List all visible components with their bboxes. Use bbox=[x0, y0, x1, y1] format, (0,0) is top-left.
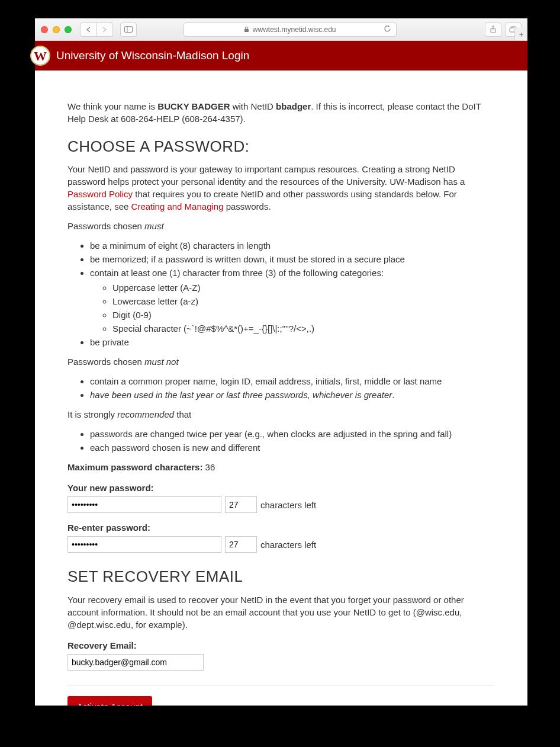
uw-crest-logo: W bbox=[30, 46, 50, 66]
list-item: Lowercase letter (a-z) bbox=[112, 295, 495, 307]
identity-name: BUCKY BADGER bbox=[157, 101, 230, 111]
address-text: wwwtest.mynetid.wisc.edu bbox=[253, 25, 336, 34]
back-button[interactable] bbox=[80, 23, 96, 37]
list-item: passwords are changed twice per year (e.… bbox=[90, 428, 495, 440]
divider bbox=[67, 685, 495, 685]
reload-button[interactable] bbox=[384, 25, 391, 33]
list-item: Special character (~`!@#$%^&*()+=_-{}[]\… bbox=[112, 322, 495, 335]
list-item: be private bbox=[90, 336, 495, 348]
forward-button[interactable] bbox=[96, 23, 113, 37]
site-title: University of Wisconsin-Madison Login bbox=[56, 49, 249, 62]
chevron-left-icon bbox=[86, 27, 91, 33]
window-controls bbox=[41, 26, 72, 33]
must-sublist: Uppercase letter (A-Z) Lowercase letter … bbox=[112, 281, 495, 335]
mustnot-label: Passwords chosen must not bbox=[67, 355, 495, 368]
chevron-right-icon bbox=[102, 27, 107, 33]
crest-letter: W bbox=[34, 50, 47, 63]
creating-managing-link[interactable]: Creating and Managing bbox=[131, 201, 224, 211]
new-password-input[interactable] bbox=[67, 496, 221, 513]
nav-buttons bbox=[80, 23, 113, 37]
list-item: contain a common proper name, login ID, … bbox=[90, 375, 495, 387]
close-window-button[interactable] bbox=[41, 26, 48, 33]
list-item: each password chosen is new and differen… bbox=[90, 441, 495, 454]
list-item: Digit (0-9) bbox=[112, 309, 495, 321]
titlebar: wwwtest.mynetid.wisc.edu bbox=[35, 18, 527, 41]
sidebar-icon bbox=[124, 26, 133, 33]
recovery-email-label: Recovery Email: bbox=[67, 639, 495, 652]
new-tab-button[interactable]: + bbox=[514, 28, 527, 41]
activate-account-button[interactable]: Activate Account bbox=[67, 696, 152, 706]
zoom-window-button[interactable] bbox=[65, 26, 72, 33]
choose-password-heading: CHOOSE A PASSWORD: bbox=[67, 136, 495, 157]
identity-sentence: We think your name is BUCKY BADGER with … bbox=[67, 100, 495, 125]
sidebar-button[interactable] bbox=[120, 23, 137, 37]
reload-icon bbox=[384, 25, 391, 33]
list-item: be a minimum of eight (8) characters in … bbox=[90, 239, 495, 252]
minimize-window-button[interactable] bbox=[53, 26, 60, 33]
svg-rect-2 bbox=[244, 29, 249, 32]
new-password-label: Your new password: bbox=[67, 482, 495, 494]
password-policy-link[interactable]: Password Policy bbox=[67, 189, 133, 199]
list-item: contain at least one (1) character from … bbox=[90, 267, 495, 335]
recovery-intro: Your recovery email is used to recover y… bbox=[67, 594, 495, 631]
svg-rect-0 bbox=[125, 27, 133, 33]
plus-icon: + bbox=[519, 30, 523, 39]
chars-left-text: characters left bbox=[260, 499, 316, 511]
list-item: be memorized; if a password is written d… bbox=[90, 253, 495, 265]
mustnot-list: contain a common proper name, login ID, … bbox=[90, 375, 495, 401]
max-chars: Maximum password characters: 36 bbox=[67, 461, 495, 473]
identity-netid: bbadger bbox=[276, 101, 311, 111]
choose-intro: Your NetID and password is your gateway … bbox=[67, 163, 495, 213]
share-icon bbox=[490, 25, 497, 33]
reenter-password-input[interactable] bbox=[67, 536, 221, 553]
reenter-password-row: characters left bbox=[67, 536, 495, 553]
list-item: Uppercase letter (A-Z) bbox=[112, 281, 495, 294]
new-password-remaining bbox=[225, 496, 257, 513]
list-item: have been used in the last year or last … bbox=[90, 389, 495, 401]
recovery-email-input[interactable] bbox=[67, 654, 204, 671]
share-button[interactable] bbox=[485, 23, 501, 37]
chars-left-text: characters left bbox=[260, 538, 316, 551]
page-content: We think your name is BUCKY BADGER with … bbox=[35, 70, 527, 706]
recovery-heading: SET RECOVERY EMAIL bbox=[67, 566, 495, 587]
recommended-label: It is strongly recommended that bbox=[67, 408, 495, 421]
recommended-list: passwords are changed twice per year (e.… bbox=[90, 428, 495, 454]
new-password-row: characters left bbox=[67, 496, 495, 513]
lock-icon bbox=[244, 26, 249, 33]
must-label: Passwords chosen must bbox=[67, 220, 495, 232]
address-bar[interactable]: wwwtest.mynetid.wisc.edu bbox=[184, 23, 397, 37]
browser-window: wwwtest.mynetid.wisc.edu bbox=[35, 18, 527, 706]
site-header: W University of Wisconsin-Madison Login bbox=[35, 41, 527, 70]
must-list: be a minimum of eight (8) characters in … bbox=[90, 239, 495, 348]
reenter-password-remaining bbox=[225, 536, 257, 553]
reenter-password-label: Re-enter password: bbox=[67, 521, 495, 534]
